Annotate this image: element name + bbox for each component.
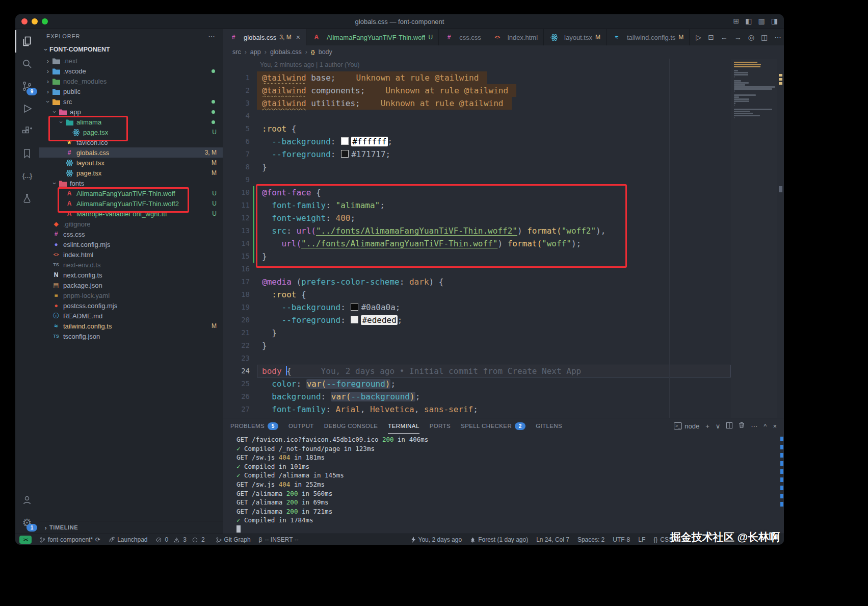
code-line[interactable]: 18 :root {: [223, 288, 731, 301]
git-branch[interactable]: font-component*⟳: [36, 534, 104, 545]
tree-item-page-tsx[interactable]: ›page.tsxU: [39, 127, 223, 137]
tree-item-globals-css[interactable]: ›#globals.css3, M: [39, 147, 223, 158]
tab-tailwind-config-ts[interactable]: ≈tailwind.config.tsM: [607, 29, 690, 45]
tree-item-pnpm-lock-yaml[interactable]: ›≡pnpm-lock.yaml: [39, 290, 223, 300]
account-icon[interactable]: [15, 489, 39, 511]
git-graph[interactable]: Git Graph: [212, 534, 255, 545]
more-actions-icon[interactable]: ⋯: [774, 33, 781, 41]
blame-status[interactable]: You, 2 days ago: [407, 534, 466, 545]
split-terminal-icon[interactable]: [726, 422, 732, 430]
code-line[interactable]: 1@tailwind base;Unknown at rule @tailwin…: [223, 71, 731, 84]
code-line[interactable]: 6 --background: #ffffff;: [223, 135, 731, 148]
panel-tab-debug-console[interactable]: DEBUG CONSOLE: [324, 418, 378, 434]
tree-item-index-html[interactable]: ›<>index.html: [39, 249, 223, 260]
timeline-section[interactable]: › TIMELINE: [39, 521, 223, 534]
tree-item-eslint-config-mjs[interactable]: ›●eslint.config.mjs: [39, 239, 223, 249]
code-line[interactable]: 7 --foreground: #171717;: [223, 148, 731, 161]
tree-item-postcss-config-mjs[interactable]: ›●postcss.config.mjs: [39, 300, 223, 311]
extensions-icon[interactable]: [15, 120, 39, 142]
breadcrumb-item-src[interactable]: src: [232, 48, 241, 56]
cursor-position[interactable]: Ln 24, Col 7: [532, 534, 573, 545]
maximize-window-button[interactable]: [42, 18, 48, 24]
code-line[interactable]: 5:root {: [223, 122, 731, 135]
tree-item-next[interactable]: ›.next: [39, 56, 223, 66]
explorer-more-actions-icon[interactable]: ⋯: [208, 32, 216, 40]
code-line[interactable]: 21 }: [223, 326, 731, 339]
tab-alimamafangyuantivf-thin-woff[interactable]: AAlimamaFangYuanTiVF-Thin.woffU: [306, 29, 439, 45]
run-task-icon[interactable]: ⊡: [708, 33, 714, 41]
tab-index-html[interactable]: <>index.html: [487, 29, 544, 45]
close-icon[interactable]: ×: [296, 33, 300, 41]
vim-mode[interactable]: β-- INSERT --: [255, 534, 303, 545]
editor[interactable]: You, 2 minutes ago | 1 author (You)1@tai…: [223, 59, 784, 418]
breadcrumb-symbol[interactable]: body: [319, 48, 332, 56]
tree-item-alimamafangyuantivf-thin-woff[interactable]: ›AAlimamaFangYuanTiVF-Thin.woffU: [39, 188, 223, 198]
kill-terminal-icon[interactable]: [739, 422, 745, 430]
indentation[interactable]: Spaces: 2: [573, 534, 609, 545]
minimap[interactable]: [731, 59, 777, 418]
explorer-icon[interactable]: [15, 30, 39, 53]
run-debug-icon[interactable]: [15, 97, 39, 120]
tree-item-tailwind-config-ts[interactable]: ›≈tailwind.config.tsM: [39, 321, 223, 331]
panel-tab-ports[interactable]: PORTS: [430, 418, 451, 434]
panel-tab-gitlens[interactable]: GITLENS: [536, 418, 562, 434]
tree-item-favicon-ico[interactable]: ›★favicon.ico: [39, 137, 223, 147]
new-terminal-icon[interactable]: +: [705, 422, 709, 430]
tree-item-package-json[interactable]: ›▤package.json: [39, 280, 223, 290]
panel-tab-problems[interactable]: PROBLEMS5: [230, 418, 278, 434]
eol[interactable]: LF: [634, 534, 649, 545]
tree-item-gitignore[interactable]: ›◆.gitignore: [39, 219, 223, 229]
tab-globals-css[interactable]: #globals.css3, M×: [223, 29, 306, 45]
run-and-debug-icon[interactable]: ◎: [748, 33, 754, 41]
tree-item-alimamafangyuantivf-thin-woff2[interactable]: ›AAlimamaFangYuanTiVF-Thin.woff2U: [39, 198, 223, 209]
close-window-button[interactable]: [21, 18, 28, 24]
code-line[interactable]: 4: [223, 110, 731, 122]
code-line[interactable]: 8}: [223, 161, 731, 173]
remote-indicator[interactable]: ><: [15, 534, 36, 545]
code-line[interactable]: 10@font-face {: [223, 186, 731, 199]
terminal-scrollbar[interactable]: [780, 437, 783, 532]
code-line[interactable]: 20 --foreground: #ededed;: [223, 314, 731, 326]
forest[interactable]: Forest (1 day ago): [466, 534, 532, 545]
tree-item-page-tsx[interactable]: ›page.tsxM: [39, 168, 223, 178]
tree-item-public[interactable]: ›public: [39, 86, 223, 96]
launchpad[interactable]: Launchpad: [104, 534, 151, 545]
tree-item-alimama[interactable]: ›alimama: [39, 117, 223, 127]
breadcrumb-item-app[interactable]: app: [250, 48, 261, 56]
source-control-icon[interactable]: 9: [15, 75, 39, 97]
tree-item-next-env-d-ts[interactable]: ›TSnext-env.d.ts: [39, 260, 223, 270]
tree-item-next-config-ts[interactable]: ›Nnext.config.ts: [39, 270, 223, 280]
code-line[interactable]: 3@tailwind utilities;Unknown at rule @ta…: [223, 97, 731, 110]
run-code-icon[interactable]: ▷: [696, 33, 701, 41]
snippets-icon[interactable]: {…}: [15, 165, 39, 187]
project-root-folder[interactable]: › FONT-COMPONENT: [39, 43, 223, 56]
problems[interactable]: 032: [152, 534, 212, 545]
breadcrumb-item-globals-css[interactable]: globals.css: [270, 48, 302, 56]
editor-scrollbar[interactable]: [777, 59, 784, 418]
tree-item-readme-md[interactable]: ›ⓘREADME.md: [39, 311, 223, 321]
tree-item-tsconfig-json[interactable]: ›TStsconfig.json: [39, 331, 223, 341]
go-forward-icon[interactable]: →: [734, 33, 742, 41]
code-line[interactable]: 14 url("../fonts/AlimamaFangYuanTiVF-Thi…: [223, 237, 731, 250]
terminal[interactable]: GET /favicon.ico?favicon.45db1c09.ico 20…: [223, 434, 784, 534]
maximize-panel-icon[interactable]: ^: [764, 422, 767, 430]
tree-item-layout-tsx[interactable]: ›layout.tsxM: [39, 158, 223, 168]
panel-tab-terminal[interactable]: TERMINAL: [388, 418, 419, 434]
toggle-panel-icon[interactable]: ▥: [758, 17, 765, 25]
code-line[interactable]: 26 background: var(--background);: [223, 390, 731, 403]
tab-layout-tsx[interactable]: layout.tsxM: [544, 29, 607, 45]
terminal-dropdown-icon[interactable]: ∨: [716, 422, 721, 430]
tree-item-node-modules[interactable]: ›node_modules: [39, 76, 223, 86]
minimize-window-button[interactable]: [32, 18, 38, 24]
code-line[interactable]: 9: [223, 173, 731, 186]
search-icon[interactable]: [15, 53, 39, 75]
tree-item-vscode[interactable]: ›.vscode: [39, 66, 223, 76]
customize-layout-icon[interactable]: ⊞: [733, 17, 740, 25]
code-line[interactable]: 27 font-family: Arial, Helvetica, sans-s…: [223, 403, 731, 416]
tree-item-fonts[interactable]: ›fonts: [39, 178, 223, 188]
code-line[interactable]: 24body { You, 2 days ago • Initial commi…: [223, 365, 731, 377]
code-line[interactable]: 12 font-weight: 400;: [223, 212, 731, 224]
code-line[interactable]: 22}: [223, 339, 731, 352]
code-line[interactable]: 16: [223, 263, 731, 275]
tab-css-css[interactable]: #css.css: [439, 29, 487, 45]
